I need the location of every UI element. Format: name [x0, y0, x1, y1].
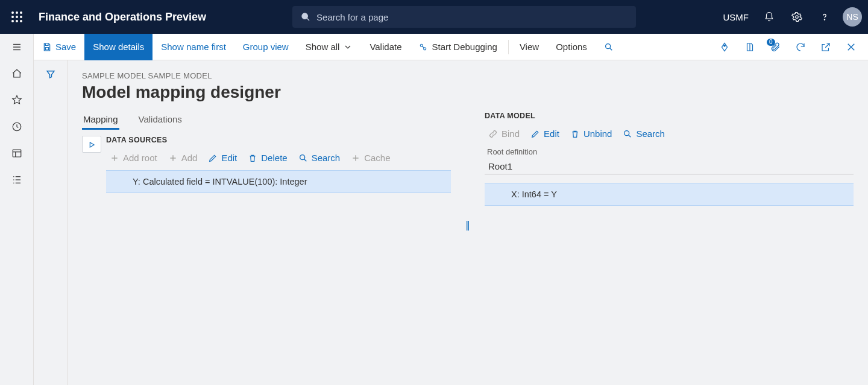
svg-point-11: [796, 16, 799, 19]
svg-point-1: [16, 11, 18, 14]
show-all-dropdown[interactable]: Show all: [297, 34, 362, 60]
dm-search-button[interactable]: Search: [623, 129, 665, 139]
user-avatar[interactable]: NS: [843, 7, 862, 27]
search-icon: [298, 153, 308, 163]
ds-search-button[interactable]: Search: [298, 153, 341, 163]
svg-point-12: [824, 19, 825, 20]
breadcrumb: SAMPLE MODEL SAMPLE MODEL: [82, 71, 854, 80]
add-button[interactable]: Add: [168, 153, 198, 163]
filter-icon: [45, 69, 56, 80]
app-title: Finance and Operations Preview: [34, 11, 211, 24]
link-icon: [488, 129, 498, 139]
page-title: Model mapping designer: [82, 83, 854, 102]
svg-point-7: [16, 20, 18, 22]
svg-line-30: [610, 48, 612, 50]
edit-label: Edit: [221, 153, 237, 163]
svg-point-3: [11, 16, 14, 18]
delete-label: Delete: [261, 153, 287, 163]
svg-point-2: [20, 11, 22, 14]
workspaces-icon[interactable]: [0, 140, 33, 167]
data-model-row[interactable]: X: Int64 = Y: [485, 183, 854, 206]
svg-line-10: [307, 18, 309, 21]
validate-button[interactable]: Validate: [361, 34, 410, 60]
show-details-button[interactable]: Show details: [84, 34, 153, 60]
dm-edit-button[interactable]: Edit: [530, 129, 559, 139]
global-search[interactable]: Search for a page: [292, 6, 636, 28]
show-all-label: Show all: [306, 42, 340, 52]
bind-button[interactable]: Bind: [488, 129, 520, 139]
tab-validations[interactable]: Validations: [137, 110, 183, 130]
power-apps-icon[interactable]: [712, 35, 737, 59]
modules-icon[interactable]: [0, 167, 33, 193]
column-splitter[interactable]: ‖: [465, 110, 470, 379]
svg-line-38: [304, 159, 306, 161]
unbind-label: Unbind: [583, 129, 612, 139]
data-model-heading: DATA MODEL: [485, 112, 854, 120]
svg-rect-26: [45, 47, 48, 49]
data-source-row[interactable]: Y: Calculated field = INTVALUE(100): Int…: [106, 170, 451, 193]
svg-point-9: [302, 13, 307, 19]
svg-line-42: [629, 135, 631, 137]
pencil-icon: [208, 153, 218, 163]
root-definition-label: Root definition: [487, 147, 854, 156]
options-menu[interactable]: Options: [547, 34, 596, 60]
notifications-icon[interactable]: [757, 5, 781, 29]
hamburger-icon[interactable]: [0, 34, 33, 60]
play-icon: [87, 140, 96, 150]
add-root-label: Add root: [123, 153, 157, 163]
company-picker[interactable]: USMF: [719, 12, 754, 22]
svg-rect-17: [13, 150, 21, 157]
recent-icon[interactable]: [0, 113, 33, 140]
waffle-icon[interactable]: [0, 11, 34, 22]
tab-mapping[interactable]: Mapping: [82, 110, 119, 130]
home-icon[interactable]: [0, 60, 33, 87]
root-definition-field[interactable]: Root1: [485, 159, 854, 174]
help-icon[interactable]: [813, 5, 837, 29]
delete-button[interactable]: Delete: [248, 153, 287, 163]
trash-icon: [570, 129, 580, 139]
plus-icon: [110, 153, 119, 163]
search-icon: [604, 42, 614, 52]
left-nav-rail: [0, 34, 34, 385]
save-label: Save: [55, 42, 76, 52]
cache-button[interactable]: Cache: [351, 153, 390, 163]
office-icon[interactable]: [738, 35, 762, 59]
edit-button[interactable]: Edit: [208, 153, 237, 163]
settings-icon[interactable]: [785, 5, 809, 29]
svg-point-0: [11, 11, 14, 14]
group-view-button[interactable]: Group view: [234, 34, 297, 60]
ds-search-label: Search: [312, 153, 341, 163]
plus-icon: [351, 153, 360, 163]
add-label: Add: [181, 153, 198, 163]
unbind-button[interactable]: Unbind: [570, 129, 612, 139]
close-icon[interactable]: [839, 35, 863, 59]
svg-point-37: [300, 154, 304, 159]
refresh-icon[interactable]: [788, 35, 813, 59]
action-bar: Save Show details Show name first Group …: [34, 34, 868, 60]
pencil-icon: [530, 129, 540, 139]
data-sources-heading: DATA SOURCES: [106, 136, 451, 144]
filter-pane-toggle[interactable]: [34, 60, 68, 385]
popout-icon[interactable]: [814, 35, 838, 59]
show-name-first-button[interactable]: Show name first: [153, 34, 234, 60]
action-search-button[interactable]: [596, 34, 622, 60]
divider: [508, 40, 509, 54]
add-root-button[interactable]: Add root: [110, 153, 157, 163]
save-button[interactable]: Save: [34, 34, 84, 60]
bind-label: Bind: [502, 129, 520, 139]
svg-point-4: [16, 16, 18, 18]
expand-panel-button[interactable]: [82, 136, 101, 153]
tabs: Mapping Validations: [82, 110, 451, 130]
svg-point-8: [20, 20, 22, 22]
attachments-badge: 0: [767, 39, 775, 46]
svg-point-29: [606, 43, 611, 48]
view-menu[interactable]: View: [511, 34, 547, 60]
top-right-actions: USMF NS: [719, 5, 869, 29]
svg-point-41: [624, 130, 629, 135]
data-sources-toolbar: Add root Add Edit: [106, 150, 451, 170]
start-debugging-button[interactable]: Start Debugging: [410, 34, 505, 60]
svg-point-6: [11, 20, 14, 22]
favorites-icon[interactable]: [0, 87, 33, 113]
dm-search-label: Search: [636, 129, 665, 139]
attachments-icon[interactable]: 0: [763, 35, 787, 59]
